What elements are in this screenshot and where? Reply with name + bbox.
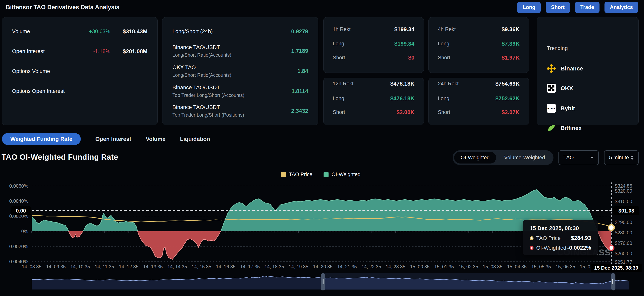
tooltip-row-tao-price: TAO Price $284.93 — [530, 235, 591, 241]
svg-text:14, 15:35: 14, 15:35 — [192, 264, 211, 269]
navigator-handle-left[interactable] — [321, 273, 325, 291]
svg-text:$290.00: $290.00 — [615, 220, 632, 225]
svg-text:-0.0040%: -0.0040% — [8, 259, 28, 264]
chart-tooltip: 15 Dec 2025, 08:30 TAO Price $284.93 OI-… — [523, 220, 598, 255]
svg-text:15, 03:35: 15, 03:35 — [483, 264, 502, 269]
tooltip-row-oi-weighted: OI-Weighted -0.0022% — [530, 245, 591, 251]
crosshair-right-badge: 301.08 — [613, 206, 640, 215]
svg-text:14, 22:35: 14, 22:35 — [362, 264, 381, 269]
svg-text:15, 04:35: 15, 04:35 — [507, 264, 527, 269]
svg-text:$310.00: $310.00 — [615, 199, 632, 204]
oi-weighted-dot-icon — [530, 246, 534, 250]
svg-text:15, 05:35: 15, 05:35 — [531, 264, 551, 269]
svg-text:14, 18:35: 14, 18:35 — [264, 264, 284, 269]
derivatives-dashboard: Bittensor TAO Derivatives Data Analysis … — [0, 0, 644, 296]
svg-text:$324.86: $324.86 — [615, 183, 632, 189]
svg-text:14, 11:35: 14, 11:35 — [95, 264, 114, 269]
svg-text:14, 09:35: 14, 09:35 — [46, 264, 66, 269]
svg-text:14, 14:35: 14, 14:35 — [168, 264, 187, 269]
svg-text:15, 06:35: 15, 06:35 — [556, 264, 575, 269]
svg-text:0%: 0% — [21, 229, 28, 234]
svg-text:14, 23:35: 14, 23:35 — [386, 264, 405, 269]
svg-text:14, 08:35: 14, 08:35 — [22, 264, 42, 269]
svg-text:0.0060%: 0.0060% — [9, 183, 28, 189]
crosshair-left-badge: 0.00 — [11, 206, 31, 215]
tao-price-marker — [608, 225, 614, 230]
svg-text:$320.00: $320.00 — [615, 188, 632, 194]
svg-text:$280.00: $280.00 — [615, 230, 632, 235]
svg-text:14, 21:35: 14, 21:35 — [337, 264, 357, 269]
svg-text:15, 00:35: 15, 00:35 — [410, 264, 430, 269]
svg-text:$260.00: $260.00 — [615, 251, 632, 256]
navigator-window[interactable] — [323, 273, 613, 290]
svg-text:14, 19:35: 14, 19:35 — [289, 264, 308, 269]
svg-text:14, 13:35: 14, 13:35 — [143, 264, 163, 269]
svg-text:$270.00: $270.00 — [615, 241, 632, 246]
svg-text:14, 16:35: 14, 16:35 — [216, 264, 236, 269]
svg-text:15, 02:35: 15, 02:35 — [458, 264, 478, 269]
svg-text:15, 01:35: 15, 01:35 — [434, 264, 454, 269]
svg-text:14, 10:35: 14, 10:35 — [70, 264, 90, 269]
svg-text:14, 12:35: 14, 12:35 — [119, 264, 138, 269]
svg-text:14, 17:35: 14, 17:35 — [240, 264, 260, 269]
svg-text:0.0040%: 0.0040% — [9, 198, 28, 204]
svg-text:14, 20:35: 14, 20:35 — [313, 264, 332, 269]
tooltip-timestamp: 15 Dec 2025, 08:30 — [530, 225, 591, 231]
tao-price-dot-icon — [530, 236, 534, 240]
navigator-handle-right[interactable] — [611, 273, 616, 291]
svg-text:-0.0020%: -0.0020% — [8, 244, 28, 249]
crosshair-date-badge: 15 Dec 2025, 08:30 — [591, 264, 642, 272]
